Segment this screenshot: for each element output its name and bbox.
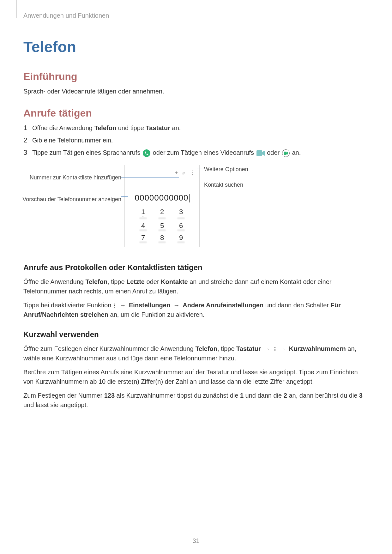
step-text: Tippe zum Tätigen eines Sprachanrufs ode…	[32, 148, 301, 157]
text: und tippe	[116, 124, 146, 131]
plus-icon[interactable]: +	[175, 170, 178, 175]
step-number: 2	[23, 136, 32, 145]
step-1: 1 Öffne die Anwendung Telefon und tippe …	[23, 123, 369, 133]
callout-preview-number: Vorschau der Telefonnummer anzeigen	[22, 196, 121, 203]
text: und lässt sie angetippt.	[23, 401, 88, 408]
bold-text: 123	[104, 392, 115, 399]
bold-text: 1	[240, 392, 244, 399]
connector	[188, 171, 188, 185]
text: an, um die Funktion zu aktivieren.	[108, 311, 205, 318]
bold-text: Letzte	[126, 278, 145, 285]
connector	[121, 196, 128, 197]
para: Tippe bei deaktivierter Funktion → Einst…	[23, 300, 369, 319]
step-number: 3	[23, 148, 32, 157]
subsection-heading-speeddial: Kurzwahl verwenden	[23, 330, 369, 339]
connector	[121, 178, 179, 178]
para: Berühre zum Tätigen eines Anrufs eine Ku…	[23, 367, 369, 386]
video-outline-icon	[282, 149, 290, 157]
page-title: Telefon	[23, 38, 369, 56]
connector	[188, 185, 204, 185]
text: Tippe bei deaktivierter Funktion	[23, 302, 113, 309]
para: Zum Festlegen der Nummer 123 als Kurzwah…	[23, 391, 369, 410]
bold-text: Kontakte	[161, 278, 188, 285]
running-head: Anwendungen und Funktionen	[23, 12, 369, 19]
text: Tippe zum Tätigen eines Sprachanrufs	[32, 149, 142, 156]
bold-text: Telefon	[85, 278, 107, 285]
text: an.	[170, 124, 181, 131]
intro-body: Sprach- oder Videoanrufe tätigen oder an…	[23, 87, 369, 96]
text: oder zum Tätigen eines Videoanrufs	[153, 149, 256, 156]
bold-text: Andere Anrufeinstellungen	[183, 302, 263, 309]
bold-text: Einstellungen	[129, 302, 170, 309]
text: Öffne die Anwendung	[32, 124, 94, 131]
text: oder	[145, 278, 161, 285]
call-icon	[143, 149, 150, 157]
callout-more-options: Weitere Optionen	[204, 166, 248, 173]
figure-dialer: Nummer zur Kontaktliste hinzufügen Vorsc…	[23, 165, 369, 247]
text: oder	[267, 149, 281, 156]
para: Öffne zum Festlegen einer Kurzwahlnummer…	[23, 344, 369, 363]
text: Zum Festlegen der Nummer	[23, 392, 104, 399]
key-8[interactable]: 8	[153, 234, 172, 242]
bold-text: Telefon	[94, 124, 116, 131]
subsection-heading-logs: Anrufe aus Protokollen oder Kontaktliste…	[23, 263, 369, 272]
section-heading-calls: Anrufe tätigen	[23, 107, 369, 119]
key-3[interactable]: 3	[172, 208, 190, 218]
steps-list: 1 Öffne die Anwendung Telefon und tippe …	[23, 123, 369, 157]
bold-text: Tastatur	[236, 345, 261, 352]
text: an.	[292, 149, 301, 156]
connector	[197, 168, 204, 168]
key-5[interactable]: 5	[153, 222, 172, 230]
arrow: →	[173, 302, 180, 309]
connector	[179, 171, 179, 178]
text: und dann den Schalter	[263, 302, 330, 309]
svg-rect-1	[284, 152, 286, 155]
video-icon	[256, 150, 265, 156]
step-number: 1	[23, 123, 32, 133]
step-text: Öffne die Anwendung Telefon und tippe Ta…	[32, 123, 181, 133]
key-2[interactable]: 2	[153, 208, 172, 218]
search-icon[interactable]: ⌕	[182, 170, 185, 175]
arrow: →	[264, 345, 270, 352]
svg-rect-0	[256, 150, 262, 156]
side-rule	[16, 0, 17, 18]
step-2: 2 Gib eine Telefonnummer ein.	[23, 136, 369, 145]
bold-text: Kurzwahlnummern	[289, 345, 346, 352]
bold-text: Tastatur	[146, 124, 170, 131]
key-label: 1	[141, 208, 145, 216]
key-7[interactable]: 7	[134, 234, 153, 242]
text: , tippe	[107, 278, 126, 285]
text: , tippe	[217, 345, 236, 352]
text: als Kurzwahlnummer tippst du zunächst di…	[115, 392, 240, 399]
bold-text: Telefon	[195, 345, 217, 352]
text: Öffne die Anwendung	[23, 278, 85, 285]
text: Öffne zum Festlegen einer Kurzwahlnummer…	[23, 345, 195, 352]
dialed-number: 00000000000	[125, 193, 199, 203]
more-icon[interactable]: ⋮	[190, 170, 195, 175]
para: Öffne die Anwendung Telefon, tippe Letzt…	[23, 277, 369, 296]
more-icon	[274, 347, 276, 351]
step-text: Gib eine Telefonnummer ein.	[32, 136, 113, 145]
callout-add-contact: Nummer zur Kontaktliste hinzufügen	[30, 174, 121, 181]
text: an, dann berührst du die	[287, 392, 359, 399]
key-9[interactable]: 9	[172, 234, 190, 242]
key-1[interactable]: 1∞	[134, 208, 153, 218]
step-3: 3 Tippe zum Tätigen eines Sprachanrufs o…	[23, 148, 369, 157]
more-icon	[114, 304, 116, 308]
arrow: →	[119, 302, 126, 309]
key-4[interactable]: 4	[134, 222, 153, 230]
text: und dann die	[244, 392, 284, 399]
arrow: →	[280, 345, 286, 352]
keypad: 1∞ 2 3 4 5 6 7 8 9	[125, 208, 199, 242]
bold-text: 2	[284, 392, 287, 399]
section-heading-intro: Einführung	[23, 71, 369, 82]
page-number: 31	[0, 537, 392, 545]
callout-search-contact: Kontakt suchen	[204, 182, 248, 188]
key-6[interactable]: 6	[172, 222, 190, 230]
bold-text: 3	[359, 392, 363, 399]
